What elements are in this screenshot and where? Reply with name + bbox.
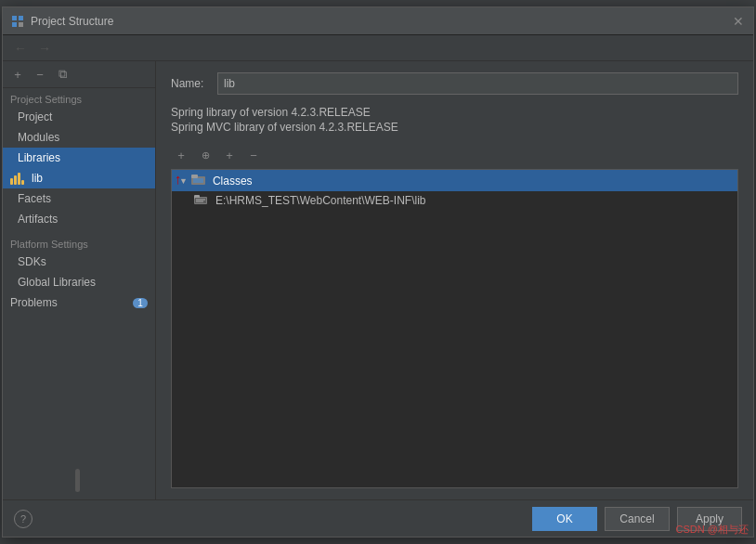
svg-rect-2 <box>12 22 17 27</box>
libraries-label: Libraries <box>18 151 60 164</box>
add-lib-button[interactable]: + <box>8 65 27 84</box>
content-add-button[interactable]: + <box>171 145 191 165</box>
sidebar-item-global-libraries[interactable]: Global Libraries <box>3 272 155 292</box>
project-label: Project <box>18 110 52 123</box>
path-icon <box>194 194 209 207</box>
global-libraries-label: Global Libraries <box>18 276 96 289</box>
content-area: Name: Spring library of version 4.2.3.RE… <box>156 61 753 499</box>
project-settings-label: Project Settings <box>3 88 155 107</box>
problems-label: Problems <box>10 296 58 309</box>
problems-badge: 1 <box>133 298 148 308</box>
tree-classes-label: Classes <box>213 175 253 188</box>
lib-description: Spring library of version 4.2.3.RELEASE … <box>171 106 738 136</box>
tree-path-label: E:\HRMS_TEST\WebContent\WEB-INF\lib <box>215 194 426 207</box>
name-label: Name: <box>171 77 208 90</box>
sidebar-item-libraries[interactable]: Libraries <box>3 148 155 168</box>
sidebar-lib-item[interactable]: lib <box>3 168 155 188</box>
nav-bar: ← → <box>3 35 753 61</box>
modules-label: Modules <box>18 131 59 144</box>
watermark: CSDN @相与还 <box>676 523 749 537</box>
copy-lib-button[interactable]: ⧉ <box>53 65 72 84</box>
artifacts-label: Artifacts <box>18 213 58 226</box>
sidebar-item-sdks[interactable]: SDKs <box>3 252 155 272</box>
sidebar-item-project[interactable]: Project <box>3 107 155 127</box>
ok-button[interactable]: OK <box>532 507 597 531</box>
lib-desc-line-1: Spring library of version 4.2.3.RELEASE <box>171 106 738 119</box>
svg-rect-9 <box>195 198 206 203</box>
lib-item-label: lib <box>32 172 43 185</box>
cancel-button[interactable]: Cancel <box>605 507 670 531</box>
dialog-title: Project Structure <box>31 15 113 28</box>
lib-bars-icon <box>10 173 24 185</box>
help-button[interactable]: ? <box>14 510 33 528</box>
content-add-alt-button[interactable]: + <box>219 145 240 165</box>
main-area: + − ⧉ Project Settings Project Modules L… <box>3 61 753 499</box>
dialog-icon <box>10 14 25 29</box>
close-button[interactable]: ✕ <box>731 14 746 29</box>
classes-folder-icon <box>191 173 206 188</box>
title-bar-left: Project Structure <box>10 14 113 29</box>
remove-lib-button[interactable]: − <box>31 65 49 84</box>
sidebar-scrollbar[interactable] <box>75 469 80 492</box>
name-row: Name: <box>171 72 738 95</box>
sidebar: + − ⧉ Project Settings Project Modules L… <box>3 61 156 499</box>
platform-settings-label: Platform Settings <box>3 229 155 252</box>
title-bar: Project Structure ✕ <box>3 7 753 35</box>
sidebar-item-facets[interactable]: Facets <box>3 188 155 209</box>
content-add-tree-button[interactable]: ⊕ <box>195 145 215 165</box>
classes-icon-wrapper: ↑ <box>191 173 206 188</box>
sidebar-item-artifacts[interactable]: Artifacts <box>3 209 155 229</box>
svg-rect-6 <box>193 178 203 183</box>
content-remove-button[interactable]: − <box>243 145 264 165</box>
facets-label: Facets <box>18 192 51 205</box>
bottom-left: ? <box>14 510 33 528</box>
svg-rect-0 <box>12 16 17 20</box>
back-button[interactable]: ← <box>10 38 31 58</box>
name-input[interactable] <box>217 72 738 95</box>
svg-rect-1 <box>19 16 23 20</box>
sidebar-item-modules[interactable]: Modules <box>3 127 155 148</box>
tree-item-path[interactable]: E:\HRMS_TEST\WebContent\WEB-INF\lib <box>172 191 737 210</box>
sidebar-item-problems[interactable]: Problems 1 <box>3 292 155 313</box>
svg-rect-3 <box>19 22 23 27</box>
tree-item-classes[interactable]: ▼ ↑ Classes <box>172 170 737 191</box>
lib-desc-line-2: Spring MVC library of version 4.2.3.RELE… <box>171 121 738 134</box>
sdks-label: SDKs <box>18 255 46 268</box>
red-arrow-icon: ↑ <box>175 171 182 187</box>
forward-button[interactable]: → <box>34 38 55 58</box>
content-toolbar: + ⊕ + − <box>171 145 738 165</box>
bottom-bar: ? OK Cancel Apply <box>3 499 753 537</box>
sidebar-toolbar: + − ⧉ <box>3 61 155 88</box>
project-structure-dialog: Project Structure ✕ ← → + − ⧉ Project Se… <box>2 6 754 538</box>
svg-rect-5 <box>191 175 198 178</box>
tree-container[interactable]: ▼ ↑ Classes <box>171 169 738 488</box>
